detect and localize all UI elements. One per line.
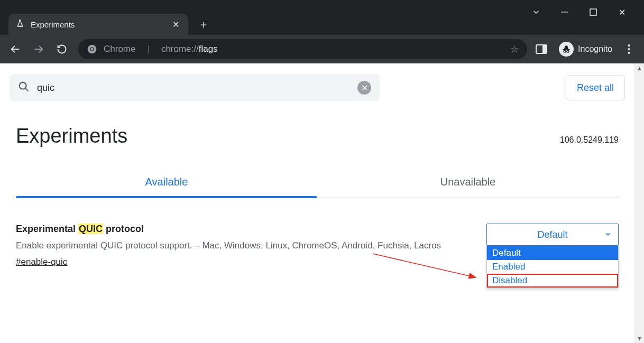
incognito-icon: [559, 42, 574, 57]
flags-heading-row: Experiments 106.0.5249.119: [0, 109, 634, 147]
flags-topbar: ✕ Reset all: [0, 63, 634, 109]
chrome-icon: [87, 44, 97, 54]
flag-title-after: protocol: [103, 224, 144, 234]
back-button[interactable]: [5, 39, 25, 59]
option-enabled[interactable]: Enabled: [487, 260, 618, 274]
page-title: Experiments: [16, 125, 127, 147]
flag-title-before: Experimental: [16, 224, 78, 234]
page-viewport: ✕ Reset all Experiments 106.0.5249.119 A…: [0, 63, 644, 343]
window-titlebar: Experiments ✕ ＋ ✕: [0, 0, 644, 35]
svg-point-13: [628, 52, 630, 54]
search-icon: [18, 81, 30, 95]
flag-dropdown: Default Enabled Disabled: [486, 246, 619, 288]
chrome-version: 106.0.5249.119: [560, 135, 619, 145]
svg-point-12: [628, 48, 630, 50]
svg-rect-0: [561, 12, 568, 13]
tab-strip: Experiments ✕ ＋: [0, 0, 213, 35]
svg-rect-7: [563, 49, 569, 50]
browser-tab[interactable]: Experiments ✕: [8, 14, 188, 35]
incognito-indicator[interactable]: Incognito: [559, 42, 612, 57]
url-scheme: Chrome: [104, 44, 135, 54]
address-bar[interactable]: Chrome | chrome://flags ☆: [78, 39, 527, 59]
url-path: flags: [199, 44, 218, 54]
search-flags-box[interactable]: ✕: [10, 74, 380, 101]
flags-page: ✕ Reset all Experiments 106.0.5249.119 A…: [0, 63, 634, 343]
search-input[interactable]: [37, 82, 350, 94]
scroll-down-icon[interactable]: ▼: [635, 333, 644, 343]
flag-enable-quic: Experimental QUIC protocol Enable experi…: [0, 198, 634, 267]
url-separator: |: [142, 44, 154, 54]
forward-button[interactable]: [29, 39, 49, 59]
flask-icon: [16, 19, 24, 30]
flag-anchor-link[interactable]: #enable-quic: [16, 257, 67, 267]
flag-control: Default Default Enabled Disabled: [486, 224, 619, 246]
reload-button[interactable]: [52, 39, 72, 59]
incognito-label: Incognito: [578, 44, 612, 54]
bookmark-star-icon[interactable]: ☆: [510, 43, 519, 55]
svg-point-11: [628, 44, 630, 47]
chevron-down-icon: [604, 229, 612, 240]
tab-unavailable[interactable]: Unavailable: [317, 169, 619, 198]
flags-tabs: Available Unavailable: [16, 169, 619, 198]
close-tab-icon[interactable]: ✕: [170, 20, 181, 30]
flag-select-value: Default: [537, 229, 567, 240]
url-host: chrome://: [161, 44, 199, 54]
flag-description: Enable experimental QUIC protocol suppor…: [16, 239, 471, 253]
side-panel-icon[interactable]: [536, 44, 547, 54]
close-window-button[interactable]: ✕: [615, 6, 628, 18]
browser-menu-button[interactable]: [619, 39, 639, 59]
vertical-scrollbar[interactable]: ▲ ▼: [634, 63, 644, 343]
svg-point-6: [91, 48, 94, 51]
flag-select[interactable]: Default: [486, 224, 619, 246]
svg-point-8: [564, 50, 566, 52]
flag-title: Experimental QUIC protocol: [16, 224, 471, 235]
tab-title: Experiments: [31, 20, 164, 29]
clear-search-icon[interactable]: ✕: [357, 81, 371, 95]
svg-point-9: [567, 50, 569, 52]
option-default[interactable]: Default: [487, 246, 618, 260]
maximize-button[interactable]: [587, 6, 600, 18]
reset-all-button[interactable]: Reset all: [566, 75, 625, 100]
svg-rect-1: [590, 9, 596, 15]
search-highlight: QUIC: [78, 224, 103, 234]
window-controls: ✕: [530, 0, 644, 24]
chevron-down-icon[interactable]: [530, 6, 542, 18]
option-disabled[interactable]: Disabled: [487, 274, 618, 288]
tab-available[interactable]: Available: [16, 169, 317, 198]
browser-toolbar: Chrome | chrome://flags ☆ Incognito: [0, 35, 644, 63]
svg-point-14: [20, 82, 26, 89]
svg-line-15: [25, 88, 29, 91]
minimize-button[interactable]: [558, 6, 571, 18]
scroll-up-icon[interactable]: ▲: [635, 63, 644, 73]
new-tab-button[interactable]: ＋: [195, 16, 213, 33]
